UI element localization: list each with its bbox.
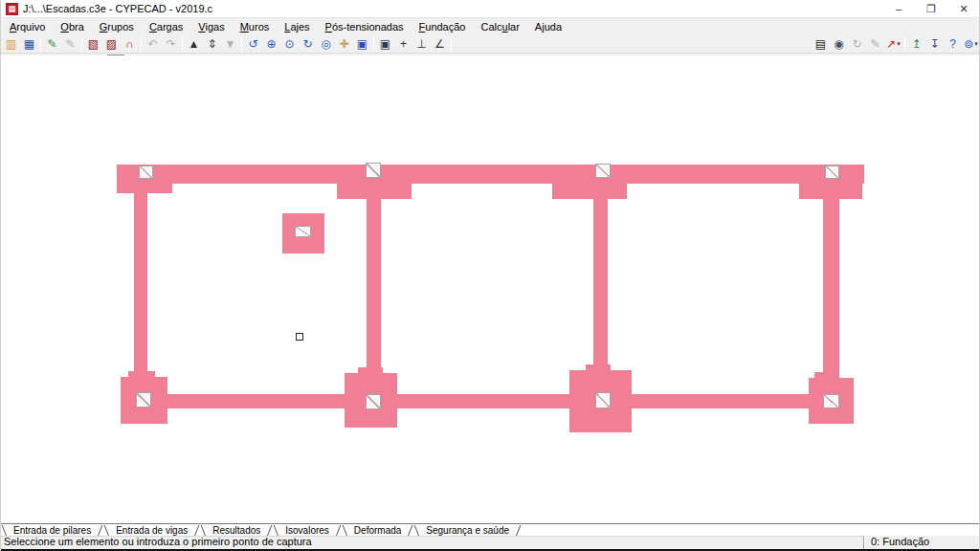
restore-button[interactable]: ❐ — [915, 3, 947, 15]
toolbar-separator — [40, 36, 41, 52]
marker-diagonal — [826, 166, 838, 178]
hatch-template-icon[interactable]: ▨ — [102, 35, 121, 53]
marker-diagonal — [296, 227, 310, 236]
zoom-x2-icon[interactable]: ⊙ — [280, 35, 299, 53]
edit-resources2-icon: ✎ — [61, 35, 79, 53]
marker-diagonal — [596, 165, 610, 177]
toolbar-separator — [373, 36, 374, 52]
redo-icon: ↷ — [162, 35, 180, 53]
column-marker[interactable] — [366, 394, 381, 409]
rotate-disabled-icon: ↻ — [848, 35, 866, 53]
marker-diagonal — [824, 395, 838, 408]
toolbar-standard: ▥▦✎✎▧▨∩↶↷▲⇕▼↺⊕⊙↻◎✚▣▣+⊥∠▤◉↻✎↗▾↥↧?⊚▾ — [0, 34, 980, 54]
fullscreen-icon[interactable]: ▣ — [353, 35, 371, 53]
toolbar-separator — [451, 36, 452, 52]
zoom-window-icon[interactable]: ◎ — [317, 35, 335, 53]
menu-muros[interactable]: Muros — [233, 20, 278, 33]
coordinates-icon[interactable]: + — [394, 35, 412, 53]
column-marker[interactable] — [823, 394, 839, 408]
toolbar-separator — [241, 36, 242, 52]
export-plan-icon[interactable]: ↥ — [907, 35, 925, 53]
beam[interactable] — [367, 199, 381, 373]
beam[interactable] — [117, 184, 172, 193]
group-tabs-row: Entrada de pilaresEntrada de vigasResult… — [0, 523, 980, 536]
beam[interactable] — [134, 193, 147, 377]
export-icon[interactable]: ↗▾ — [884, 35, 902, 53]
pen-disabled-icon: ✎ — [866, 35, 884, 53]
beam[interactable] — [799, 184, 862, 199]
menu-ajuda[interactable]: Ajuda — [527, 20, 569, 33]
window-title: J:\...\Escadas.c3e - CYPECAD - v2019.c — [23, 3, 212, 14]
crosshair-cursor — [296, 333, 303, 341]
marker-diagonal — [596, 393, 610, 408]
marker-diagonal — [137, 393, 150, 407]
menu-pos-tensionadas[interactable]: Pós-tensionadas — [318, 20, 412, 33]
ortho-icon[interactable]: ⊥ — [412, 35, 431, 53]
marker-diagonal — [367, 164, 380, 177]
window-export-icon[interactable]: ↧ — [925, 35, 944, 53]
pan-hand-icon[interactable]: ✚ — [335, 35, 353, 53]
toolbar-separator — [904, 36, 905, 52]
dxf-template-icon[interactable]: ▧ — [84, 35, 102, 53]
open-icon[interactable]: ▥ — [2, 35, 20, 53]
help-icon[interactable]: ? — [944, 35, 962, 53]
group-select-icon[interactable]: ⇕ — [203, 35, 221, 53]
menu-fundacao[interactable]: Fundação — [412, 20, 474, 33]
menu-obra[interactable]: Obra — [53, 20, 91, 33]
column-marker[interactable] — [136, 392, 151, 408]
beam[interactable] — [593, 199, 608, 370]
snap-magnet-icon[interactable]: ∩ — [121, 35, 139, 53]
column-marker[interactable] — [366, 163, 381, 178]
title-bar: ▦ J:\...\Escadas.c3e - CYPECAD - v2019.c… — [0, 0, 980, 18]
beam[interactable] — [167, 394, 809, 408]
redraw-icon[interactable]: ↻ — [299, 35, 317, 53]
column-marker[interactable] — [595, 164, 611, 178]
edit-resources-icon[interactable]: ✎ — [43, 35, 61, 53]
menu-grupos[interactable]: Grupos — [92, 20, 142, 33]
zoom-all-icon[interactable]: ⊕ — [262, 35, 280, 53]
zoom-previous-icon[interactable]: ↺ — [244, 35, 262, 53]
minimize-button[interactable]: – — [882, 3, 915, 14]
toolbar-separator — [81, 36, 82, 52]
save-icon[interactable]: ▦ — [20, 35, 38, 53]
window-controls: – ❐ ✕ — [882, 3, 980, 15]
undo-icon: ↶ — [144, 35, 162, 53]
current-group-indicator[interactable]: 0: Fundação — [864, 536, 980, 549]
beam[interactable] — [337, 184, 412, 199]
drawing-canvas[interactable] — [0, 55, 980, 523]
status-message: Seleccione um elemento ou introduza o pr… — [0, 536, 864, 549]
status-bar: Seleccione um elemento ou introduza o pr… — [0, 536, 980, 549]
menu-calcular[interactable]: Calcular — [473, 20, 526, 33]
menu-bar: ArquivoObraGruposCargasVigasMurosLajesPó… — [0, 18, 980, 34]
beam[interactable] — [552, 184, 627, 199]
menu-cargas[interactable]: Cargas — [142, 20, 190, 33]
beam[interactable] — [117, 165, 864, 184]
group-down-icon: ▼ — [221, 35, 239, 53]
marker-diagonal — [367, 395, 380, 408]
app-icon: ▦ — [6, 3, 18, 15]
toolbar-separator — [141, 36, 142, 52]
column-marker[interactable] — [295, 226, 311, 237]
menu-vigas[interactable]: Vigas — [190, 20, 232, 33]
column-marker[interactable] — [595, 392, 611, 408]
print-preview-icon[interactable]: ▣ — [376, 35, 394, 53]
web-icon[interactable]: ⊚▾ — [962, 35, 980, 53]
column-marker[interactable] — [825, 165, 839, 179]
marker-diagonal — [140, 166, 152, 178]
print-icon[interactable]: ▤ — [812, 35, 830, 53]
column-marker[interactable] — [139, 165, 153, 179]
toolbar-separator — [182, 36, 183, 52]
menu-lajes[interactable]: Lajes — [277, 20, 317, 33]
group-up-icon[interactable]: ▲ — [185, 35, 203, 53]
angle-icon[interactable]: ∠ — [431, 35, 449, 53]
capture-icon[interactable]: ◉ — [830, 35, 848, 53]
close-button[interactable]: ✕ — [947, 3, 980, 15]
menu-arquivo[interactable]: Arquivo — [2, 20, 53, 33]
beam[interactable] — [823, 199, 839, 378]
